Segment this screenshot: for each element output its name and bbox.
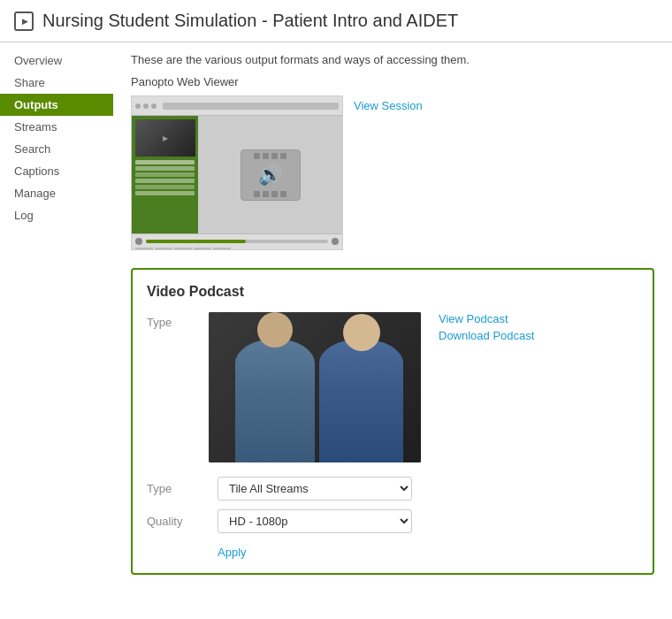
panopto-viewer-label: Panopto Web Viewer — [131, 75, 654, 88]
sidebar-item-captions[interactable]: Captions — [0, 160, 113, 182]
type-select[interactable]: Tile All Streams Primary Stream Only Sec… — [218, 477, 412, 501]
main-content: These are the various output formats and… — [113, 42, 672, 585]
type-form-label: Type — [147, 482, 218, 495]
type-form-row: Type Tile All Streams Primary Stream Onl… — [147, 477, 638, 501]
sidebar-item-log[interactable]: Log — [0, 204, 113, 226]
podcast-type-label: Type — [147, 312, 191, 329]
podcast-title: Video Podcast — [147, 284, 638, 300]
apply-container: Apply — [147, 542, 638, 559]
person-right — [319, 339, 403, 462]
sidebar-item-outputs[interactable]: Outputs — [0, 94, 113, 116]
podcast-links: View Podcast Download Podcast — [439, 312, 534, 342]
view-session-container: View Session — [354, 96, 423, 112]
layout: Overview Share Outputs Streams Search Ca… — [0, 42, 672, 585]
sidebar-item-streams[interactable]: Streams — [0, 116, 113, 138]
view-session-link[interactable]: View Session — [354, 99, 423, 112]
page-header: Nursing Student Simulation - Patient Int… — [0, 0, 672, 42]
sidebar-item-manage[interactable]: Manage — [0, 182, 113, 204]
sidebar: Overview Share Outputs Streams Search Ca… — [0, 42, 113, 585]
podcast-video-thumbnail — [209, 312, 421, 462]
person-right-head — [343, 314, 380, 351]
viewer-top-bar — [132, 96, 342, 116]
page-title: Nursing Student Simulation - Patient Int… — [42, 11, 458, 31]
podcast-card: Video Podcast Type View P — [131, 268, 654, 575]
quality-form-row: Quality HD - 1080p HD - 720p SD - 480p S… — [147, 509, 638, 533]
panopto-thumbnail: ▶ — [131, 96, 343, 250]
sidebar-item-share[interactable]: Share — [0, 72, 113, 94]
view-podcast-link[interactable]: View Podcast — [439, 312, 534, 325]
panopto-viewer-row: ▶ — [131, 96, 654, 250]
person-left — [235, 339, 315, 462]
apply-link[interactable]: Apply — [218, 546, 247, 559]
sidebar-item-overview[interactable]: Overview — [0, 50, 113, 72]
download-podcast-link[interactable]: Download Podcast — [439, 329, 534, 342]
quality-form-label: Quality — [147, 515, 218, 528]
outputs-description: These are the various output formats and… — [131, 53, 654, 66]
person-left-head — [257, 312, 293, 348]
podcast-type-row: Type View Podcast Download Podc — [147, 312, 638, 462]
play-icon — [14, 11, 34, 31]
quality-select[interactable]: HD - 1080p HD - 720p SD - 480p SD - 360p — [218, 509, 412, 533]
sidebar-item-search[interactable]: Search — [0, 138, 113, 160]
